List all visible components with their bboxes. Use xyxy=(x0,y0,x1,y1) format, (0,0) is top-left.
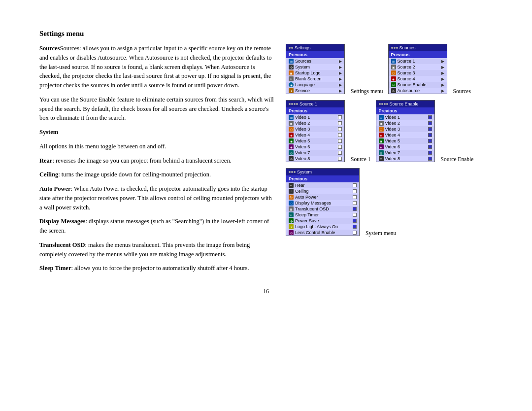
powersave-check[interactable] xyxy=(353,219,357,223)
source-4[interactable]: ◈ Source 4 ▶ xyxy=(389,76,447,82)
logo-check[interactable] xyxy=(353,225,357,229)
source1-previous[interactable]: Previous xyxy=(286,107,344,114)
source-enable[interactable]: ☑ Source Enable ▶ xyxy=(389,82,447,88)
lens-check[interactable] xyxy=(353,231,357,235)
service-icon: ✦ xyxy=(289,88,294,93)
settings-startup[interactable]: ▣ Startup Logo ▶ xyxy=(286,70,344,76)
se-video6[interactable]: ◈ Video 6 xyxy=(376,144,434,150)
sleep-timer-paragraph: Sleep Timer: allows you to force the pro… xyxy=(39,264,276,273)
menus-column: Settings Previous ⊞ Sources ▶ ⚙ System ▶ xyxy=(286,44,493,278)
sys-auto-power[interactable]: ⏻ Auto Power xyxy=(286,194,359,200)
source-1[interactable]: ⊞ Source 1 ▶ xyxy=(389,58,447,64)
display-messages-paragraph: Display Messages: displays status messag… xyxy=(39,217,276,236)
sys-logo-light[interactable]: ☀ Logo Light Always On xyxy=(286,224,359,230)
src1-video3[interactable]: ⬡ Video 3 xyxy=(286,126,344,132)
v8-icon: ⊙ xyxy=(289,156,294,161)
sys-lens-control[interactable]: ◎ Lens Control Enable xyxy=(286,230,359,236)
sources-menu-label: Sources xyxy=(451,88,471,94)
sev5-check[interactable] xyxy=(428,139,432,143)
autopower-check[interactable] xyxy=(353,195,357,199)
dot1 xyxy=(391,47,393,49)
sev6-check[interactable] xyxy=(428,145,432,149)
source-enable-menu-group: Source Enable Previous ⊞ Video 1 ▣ Video… xyxy=(376,100,474,162)
src1-video8[interactable]: ⊙ Video 8 xyxy=(286,156,344,162)
system-menu-label: System menu xyxy=(364,230,396,236)
se-video2[interactable]: ▣ Video 2 xyxy=(376,120,434,126)
se-video1[interactable]: ⊞ Video 1 xyxy=(376,114,434,120)
auto-power-paragraph: Auto Power: When Auto Power is checked, … xyxy=(39,184,276,212)
se-video7[interactable]: ◎ Video 7 xyxy=(376,150,434,156)
se-video8[interactable]: ⊙ Video 8 xyxy=(376,156,434,162)
ceiling-icon: ↕ xyxy=(289,189,294,194)
display-check[interactable] xyxy=(353,201,357,205)
sys-display-msg[interactable]: ◌ Display Messages xyxy=(286,200,359,206)
v5-icon: ◉ xyxy=(289,138,294,143)
se-video3[interactable]: ⬡ Video 3 xyxy=(376,126,434,132)
system-previous[interactable]: Previous xyxy=(286,175,359,182)
sev1-check[interactable] xyxy=(428,115,432,119)
v5-check[interactable] xyxy=(338,139,342,143)
settings-language[interactable]: ◉ Language ▶ xyxy=(286,82,344,88)
sleep-check[interactable] xyxy=(353,213,357,217)
v7-check[interactable] xyxy=(338,151,342,155)
v3-check[interactable] xyxy=(338,127,342,131)
source-2[interactable]: ▣ Source 2 ▶ xyxy=(389,64,447,70)
se-video5[interactable]: ◉ Video 5 xyxy=(376,138,434,144)
page-title: Settings menu xyxy=(39,30,493,38)
sev7-check[interactable] xyxy=(428,151,432,155)
sources-menu: Sources Previous ⊞ Source 1 ▶ ▣ Source 2… xyxy=(388,44,447,94)
sys-translucent[interactable]: ▦ Translucent OSD xyxy=(286,206,359,212)
ceiling-check[interactable] xyxy=(353,189,357,193)
src1-video4[interactable]: ◈ Video 4 xyxy=(286,132,344,138)
source-enable-menu-label: Source Enable xyxy=(439,156,474,162)
sev8-check[interactable] xyxy=(428,157,432,161)
src1-video7[interactable]: ◎ Video 7 xyxy=(286,150,344,156)
v8-check[interactable] xyxy=(338,157,342,161)
translucent-osd-paragraph: Translucent OSD: makes the menus translu… xyxy=(39,240,276,259)
sources-titlebar: Sources xyxy=(389,44,447,51)
sys-sleep-timer[interactable]: ⏲ Sleep Timer xyxy=(286,212,359,218)
rear-check[interactable] xyxy=(353,183,357,187)
system-titlebar: System xyxy=(286,169,359,175)
sys-ceiling[interactable]: ↕ Ceiling xyxy=(286,188,359,194)
sources-icon: ⊞ xyxy=(289,59,294,64)
src1-video5[interactable]: ◉ Video 5 xyxy=(286,138,344,144)
system-menu: System Previous ↔ Rear ↕ Ceiling xyxy=(286,168,360,236)
sys-rear[interactable]: ↔ Rear xyxy=(286,182,359,188)
se-video4[interactable]: ◈ Video 4 xyxy=(376,132,434,138)
sev7-icon: ◎ xyxy=(379,150,384,155)
ceiling-paragraph: Ceiling: turns the image upside down for… xyxy=(39,170,276,179)
se-previous[interactable]: Previous xyxy=(376,107,434,114)
sys-power-save[interactable]: ◑ Power Save xyxy=(286,218,359,224)
sev6-icon: ◈ xyxy=(379,144,384,149)
source1-titlebar: Source 1 xyxy=(286,101,344,107)
lens-icon: ◎ xyxy=(289,230,294,235)
settings-dots xyxy=(289,47,293,49)
sev4-check[interactable] xyxy=(428,133,432,137)
v2-icon: ▣ xyxy=(289,121,294,126)
source1-menu: Source 1 Previous ⊞ Video 1 ▣ Video 2 xyxy=(286,100,345,162)
display-icon: ◌ xyxy=(289,201,294,206)
settings-blank[interactable]: □ Blank Screen ▶ xyxy=(286,76,344,82)
v2-check[interactable] xyxy=(338,121,342,125)
v6-check[interactable] xyxy=(338,145,342,149)
src1-video2[interactable]: ▣ Video 2 xyxy=(286,120,344,126)
sources-previous[interactable]: Previous xyxy=(389,51,447,58)
settings-service[interactable]: ✦ Service ▶ xyxy=(286,88,344,94)
v4-check[interactable] xyxy=(338,133,342,137)
src1-video6[interactable]: ◈ Video 6 xyxy=(286,144,344,150)
s3-icon: ⬡ xyxy=(391,70,396,75)
settings-previous[interactable]: Previous xyxy=(286,51,344,58)
v1-check[interactable] xyxy=(338,115,342,119)
settings-menu: Settings Previous ⊞ Sources ▶ ⚙ System ▶ xyxy=(286,44,345,94)
src1-video1[interactable]: ⊞ Video 1 xyxy=(286,114,344,120)
settings-sources[interactable]: ⊞ Sources ▶ xyxy=(286,58,344,64)
translucent-check[interactable] xyxy=(353,207,357,211)
sev2-check[interactable] xyxy=(428,121,432,125)
sev3-check[interactable] xyxy=(428,127,432,131)
dot1 xyxy=(289,103,291,105)
source-3[interactable]: ⬡ Source 3 ▶ xyxy=(389,70,447,76)
settings-system[interactable]: ⚙ System ▶ xyxy=(286,64,344,70)
v6-icon: ◈ xyxy=(289,144,294,149)
autosource[interactable]: ⊙ Autosource ▶ xyxy=(389,88,447,94)
